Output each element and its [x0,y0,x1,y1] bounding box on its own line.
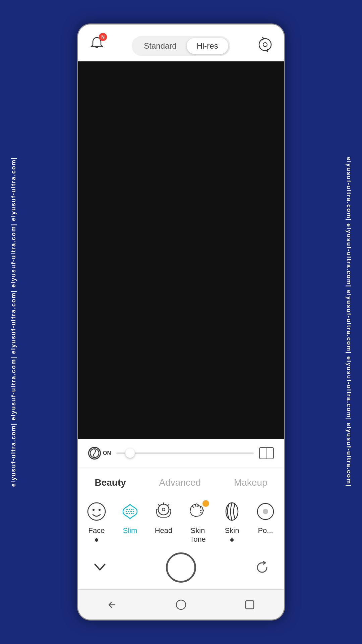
svg-point-4 [93,509,95,511]
feature-slim[interactable]: Slim [115,499,145,535]
svg-point-5 [99,509,101,511]
watermark-left: elyusuf-ultra.com| elyusuf-ultra.com| el… [0,0,27,644]
svg-rect-20 [246,601,254,609]
skin-tone-label: Skin Tone [182,526,214,544]
viewfinder [78,61,284,439]
svg-line-9 [168,504,169,506]
orange-dot [202,500,209,507]
bottom-controls: ON Beauty Advanced Makeup [78,439,284,589]
tab-makeup[interactable]: Makeup [227,475,274,491]
skin-dot [230,538,234,542]
svg-point-18 [263,509,268,514]
skin-tone-icon-wrapper [186,499,210,524]
skin-icon-wrapper [220,499,244,524]
pore-icon [255,501,276,522]
back-button[interactable] [102,595,122,615]
face-icon-wrapper [84,499,109,524]
watermark-right: elyusuf-ultra.com| elyusuf-ultra.com| el… [335,0,362,644]
head-icon [153,501,174,522]
svg-line-11 [192,506,194,508]
face-label: Face [88,526,105,535]
face-icon [86,501,107,522]
tab-beauty[interactable]: Beauty [88,475,132,491]
beauty-slider[interactable] [116,452,254,454]
feature-face[interactable]: Face [81,499,112,542]
undo-button[interactable] [254,559,270,576]
mode-toggle: Standard Hi-res [132,36,230,56]
svg-line-10 [158,504,160,506]
camera-switch-button[interactable] [256,36,274,53]
slim-icon [120,501,140,522]
feature-head[interactable]: Head [148,499,179,535]
svg-point-19 [176,600,186,609]
watermark-right-text: elyusuf-ultra.com| elyusuf-ultra.com| el… [345,157,352,487]
feature-pore[interactable]: Po... [250,499,281,535]
features-row: Face Slim [78,494,284,547]
head-label: Head [155,526,173,535]
capture-button[interactable] [166,552,196,583]
feature-skin-tone[interactable]: Skin Tone [182,499,214,544]
hires-mode-button[interactable]: Hi-res [187,38,228,54]
svg-line-15 [200,513,202,513]
split-left [260,448,266,459]
pore-label: Po... [258,526,273,535]
slim-icon-wrapper [118,499,142,524]
slider-thumb[interactable] [125,448,135,458]
con-circle-icon [88,447,101,460]
split-screen-button[interactable] [259,447,274,459]
svg-point-0 [259,39,271,51]
head-icon-wrapper [152,499,176,524]
skin-icon [222,501,242,522]
home-button[interactable] [171,595,191,615]
pore-icon-wrapper [253,499,278,524]
svg-point-3 [88,503,105,520]
nav-bar [78,589,284,620]
standard-mode-button[interactable]: Standard [134,38,186,54]
watermark-left-text: elyusuf-ultra.com| elyusuf-ultra.com| el… [10,157,17,487]
tab-advanced[interactable]: Advanced [153,475,208,491]
notification-badge: N [99,33,107,41]
notification-button[interactable]: N [88,34,106,52]
con-label: ON [103,450,111,456]
phone-frame: N Standard Hi-res [77,23,285,621]
slider-area: ON [78,439,284,468]
face-dot [95,538,98,542]
skin-label: Skin [225,526,239,535]
svg-point-7 [162,508,165,511]
recents-button[interactable] [240,595,260,615]
capture-row [78,547,284,589]
svg-line-12 [195,504,196,507]
svg-line-14 [200,510,203,511]
con-toggle[interactable]: ON [88,447,111,460]
chevron-down-button[interactable] [92,559,108,576]
slim-label: Slim [123,526,137,535]
top-bar: N Standard Hi-res [78,24,284,61]
feature-skin[interactable]: Skin [217,499,247,542]
mode-tabs: Beauty Advanced Makeup [78,468,284,494]
svg-point-1 [263,43,267,47]
